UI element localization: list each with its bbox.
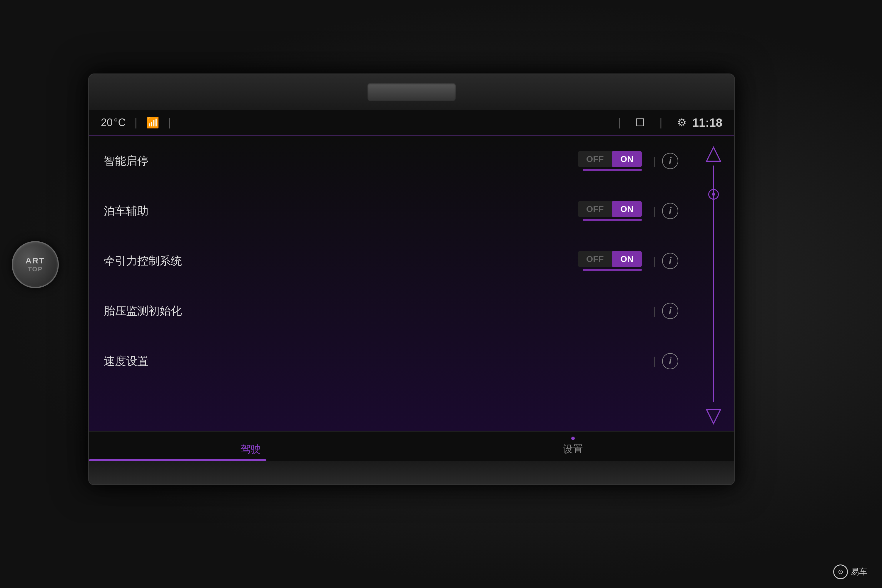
row-divider-4: | [654,305,656,317]
divider-1: | [134,116,137,129]
setting-row-smart-start-stop[interactable]: 智能启停 OFF ON | i [89,136,693,186]
watermark: ⊙ 易车 [833,564,867,579]
vent-strip [368,83,456,101]
toggle-area-smart-start-stop: OFF ON [578,151,642,171]
row-divider-2: | [654,205,656,217]
toggle-area-parking-assist: OFF ON [578,201,642,221]
toggle-bar-3 [583,269,642,271]
bottom-bezel [89,461,734,484]
tab-bar: 驾驶 设置 [89,431,734,461]
scroll-controls: △ ▽ [693,136,734,431]
info-button-3[interactable]: i [662,253,678,269]
tab-driving[interactable]: 驾驶 [89,442,412,461]
setting-row-parking-assist[interactable]: 泊车辅助 OFF ON | i [89,186,693,236]
watermark-text: 易车 [851,566,867,578]
settings-list: 智能启停 OFF ON | i [89,136,693,431]
toggle-switch-2[interactable]: OFF ON [578,201,642,217]
toggle-switch-1[interactable]: OFF ON [578,151,642,167]
scroll-track [713,165,714,402]
setting-row-traction-control[interactable]: 牵引力控制系统 OFF ON | i [89,236,693,286]
toggle-on-label-1: ON [612,151,642,167]
toggle-off-label-2: OFF [578,201,612,217]
toggle-bar-2 [583,219,642,221]
toggle-switch-3[interactable]: OFF ON [578,251,642,267]
setting-row-tire-pressure[interactable]: 胎压监测初始化 | i [89,286,693,336]
setting-label-smart-start-stop: 智能启停 [104,153,578,168]
setting-label-speed-settings: 速度设置 [104,354,648,369]
row-divider-1: | [654,155,656,167]
top-bezel [89,74,734,110]
tab-settings-label: 设置 [563,442,583,456]
row-divider-3: | [654,255,656,267]
setting-label-traction-control: 牵引力控制系统 [104,254,578,268]
info-button-5[interactable]: i [662,353,678,369]
start-button-label-top: ART [26,256,45,266]
setting-row-speed-settings[interactable]: 速度设置 | i [89,336,693,386]
toggle-bar-1 [583,169,642,171]
status-bar: 20 °C | 📶 | | ☐ | ⚙ 11:18 [89,110,734,136]
car-surround: ART TOP 20 °C | 📶 | | [0,0,882,588]
temperature-value: 20 [101,116,112,129]
tab-active-indicator [89,459,266,461]
temperature-display: 20 °C [101,116,126,129]
scroll-thumb [708,189,719,200]
settings-gear-icon[interactable]: ⚙ [677,116,687,129]
tab-settings[interactable]: 设置 [412,436,734,461]
tab-driving-label: 驾驶 [240,442,261,456]
divider-4: | [660,116,662,129]
toggle-wrapper-1: OFF ON [578,151,642,171]
divider-2: | [168,116,171,129]
toggle-wrapper-3: OFF ON [578,251,642,271]
setting-label-tire-pressure: 胎压监测初始化 [104,303,648,318]
toggle-on-label-2: ON [612,201,642,217]
temperature-unit: °C [114,116,126,129]
toggle-off-label-1: OFF [578,151,612,167]
screen-icon: ☐ [635,116,645,129]
content-area: 智能启停 OFF ON | i [89,136,734,431]
start-stop-button[interactable]: ART TOP [12,241,59,288]
setting-label-parking-assist: 泊车辅助 [104,204,578,219]
toggle-on-label-3: ON [612,251,642,267]
clock-display: 11:18 [692,116,722,129]
scroll-down-button[interactable]: ▽ [706,405,722,425]
row-divider-5: | [654,355,656,367]
info-button-2[interactable]: i [662,203,678,219]
status-right: | ☐ | ⚙ 11:18 [609,116,722,129]
tab-dot [571,436,575,440]
divider-3: | [618,116,621,129]
watermark-icon: ⊙ [833,564,848,579]
info-button-4[interactable]: i [662,303,678,319]
toggle-wrapper-2: OFF ON [578,201,642,221]
screen-display: 20 °C | 📶 | | ☐ | ⚙ 11:18 [89,110,734,461]
infotainment-screen: 20 °C | 📶 | | ☐ | ⚙ 11:18 [88,74,735,485]
scroll-up-button[interactable]: △ [706,142,722,163]
toggle-area-traction-control: OFF ON [578,251,642,271]
wifi-icon: 📶 [146,116,159,129]
toggle-off-label-3: OFF [578,251,612,267]
info-button-1[interactable]: i [662,153,678,169]
start-button-label-bottom: TOP [28,266,43,273]
start-button-area: ART TOP [0,200,70,329]
